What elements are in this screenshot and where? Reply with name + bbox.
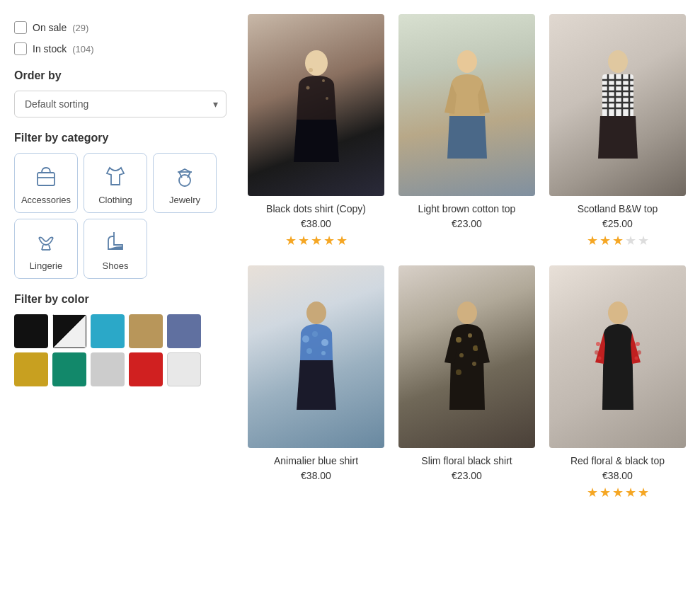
svg-point-33 (456, 337, 461, 343)
color-red[interactable] (129, 352, 163, 386)
product-card-6[interactable]: Red floral & black top €38.00 ★ ★ ★ ★ ★ (549, 265, 686, 500)
color-green[interactable] (52, 352, 86, 386)
product-stars-1: ★ ★ ★ ★ ★ (285, 233, 348, 248)
svg-point-44 (637, 350, 641, 355)
product-image-3 (549, 14, 686, 196)
product-name-3: Scotland B&W top (578, 203, 658, 214)
star-1-2: ★ (298, 233, 309, 248)
product-figure-3 (590, 49, 646, 162)
product-figure-5 (439, 300, 495, 413)
color-tan[interactable] (129, 314, 163, 348)
in-stock-count: (104) (72, 44, 93, 54)
star-1-4: ★ (323, 233, 335, 248)
product-price-2: €23.00 (452, 218, 482, 229)
star-1-1: ★ (285, 233, 297, 248)
star-3-5: ★ (638, 233, 649, 248)
category-item-shoes[interactable]: Shoes (84, 219, 147, 279)
category-label-clothing: Clothing (98, 195, 132, 205)
star-3-1: ★ (587, 233, 598, 248)
sort-select[interactable]: Default sorting Price: Low to High Price… (14, 91, 226, 117)
svg-line-4 (42, 245, 43, 250)
product-card-2[interactable]: Light brown cotton top €23.00 (398, 14, 535, 248)
star-3-4: ★ (625, 233, 636, 248)
svg-point-30 (306, 348, 312, 354)
svg-point-37 (472, 362, 476, 366)
product-name-2: Light brown cotton top (418, 203, 516, 214)
svg-point-28 (312, 331, 318, 337)
color-teal-blue[interactable] (91, 314, 125, 348)
svg-point-8 (305, 50, 328, 76)
star-3-3: ★ (612, 233, 624, 248)
svg-point-40 (596, 342, 600, 346)
star-3-2: ★ (599, 233, 611, 248)
product-image-4 (248, 265, 384, 447)
clothing-icon (103, 163, 128, 189)
category-item-clothing[interactable]: Clothing (84, 153, 147, 213)
category-grid-bottom: Lingerie Shoes (14, 219, 226, 279)
shoes-icon (103, 229, 128, 255)
svg-rect-0 (38, 173, 54, 185)
product-figure-4 (288, 300, 345, 413)
category-item-lingerie[interactable]: Lingerie (14, 219, 78, 279)
svg-point-42 (597, 356, 601, 360)
color-slate-blue[interactable] (167, 314, 201, 348)
product-card-5[interactable]: Slim floral black shirt €23.00 (398, 265, 535, 500)
svg-point-29 (321, 339, 328, 346)
product-price-5: €23.00 (452, 470, 482, 481)
product-name-4: Animalier blue shirt (274, 455, 358, 466)
svg-point-39 (608, 302, 628, 324)
product-card-4[interactable]: Animalier blue shirt €38.00 (248, 265, 384, 500)
sort-wrapper: Default sorting Price: Low to High Price… (14, 91, 226, 117)
svg-point-13 (457, 50, 477, 73)
category-item-accessories[interactable]: Accessories (14, 153, 78, 213)
category-item-jewelry[interactable]: Jewelry (153, 153, 217, 213)
on-sale-filter: On sale (29) (14, 21, 226, 34)
on-sale-text: On sale (33, 22, 67, 33)
in-stock-label[interactable]: In stock (104) (14, 42, 94, 55)
svg-point-45 (634, 356, 638, 360)
product-card-3[interactable]: Scotland B&W top €25.00 ★ ★ ★ ★ ★ (549, 14, 686, 248)
product-figure-1 (288, 49, 345, 162)
svg-point-38 (456, 369, 461, 375)
product-price-1: €38.00 (301, 218, 331, 229)
svg-point-32 (457, 302, 477, 324)
product-price-3: €25.00 (602, 218, 633, 229)
star-6-1: ★ (587, 485, 598, 500)
svg-point-10 (322, 79, 325, 82)
star-1-3: ★ (311, 233, 322, 248)
in-stock-filter: In stock (104) (14, 42, 226, 55)
color-white[interactable] (167, 352, 201, 386)
product-image-6 (549, 265, 686, 447)
svg-point-27 (302, 335, 309, 343)
star-6-2: ★ (599, 485, 611, 500)
category-label-shoes: Shoes (103, 260, 129, 271)
svg-line-5 (49, 245, 50, 250)
jewelry-icon (172, 163, 197, 189)
svg-point-31 (321, 351, 326, 355)
product-price-6: €38.00 (602, 470, 633, 481)
sidebar: On sale (29) In stock (104) Order by Def… (14, 14, 226, 500)
in-stock-checkbox[interactable] (14, 42, 27, 55)
star-1-5: ★ (336, 233, 348, 248)
svg-point-34 (468, 333, 472, 338)
product-card-1[interactable]: Black dots shirt (Copy) €38.00 ★ ★ ★ ★ ★ (248, 14, 384, 248)
products-grid: Black dots shirt (Copy) €38.00 ★ ★ ★ ★ ★ (248, 14, 686, 500)
on-sale-label[interactable]: On sale (29) (14, 21, 88, 34)
color-yellow[interactable] (14, 352, 48, 386)
svg-point-11 (306, 86, 309, 89)
color-black[interactable] (14, 314, 48, 348)
product-figure-2 (439, 49, 495, 162)
filter-category-title: Filter by category (14, 132, 226, 144)
product-image-2 (398, 14, 535, 196)
svg-point-41 (595, 350, 599, 355)
category-label-jewelry: Jewelry (169, 195, 200, 205)
product-price-4: €38.00 (301, 470, 331, 481)
svg-point-9 (309, 68, 313, 72)
product-name-1: Black dots shirt (Copy) (266, 203, 366, 214)
on-sale-checkbox[interactable] (14, 21, 27, 34)
color-light-gray[interactable] (91, 352, 125, 386)
svg-point-43 (636, 342, 640, 346)
color-half-black[interactable] (52, 314, 86, 348)
product-stars-3: ★ ★ ★ ★ ★ (587, 233, 649, 248)
category-grid-top: Accessories Clothing Jewelry (14, 153, 226, 213)
